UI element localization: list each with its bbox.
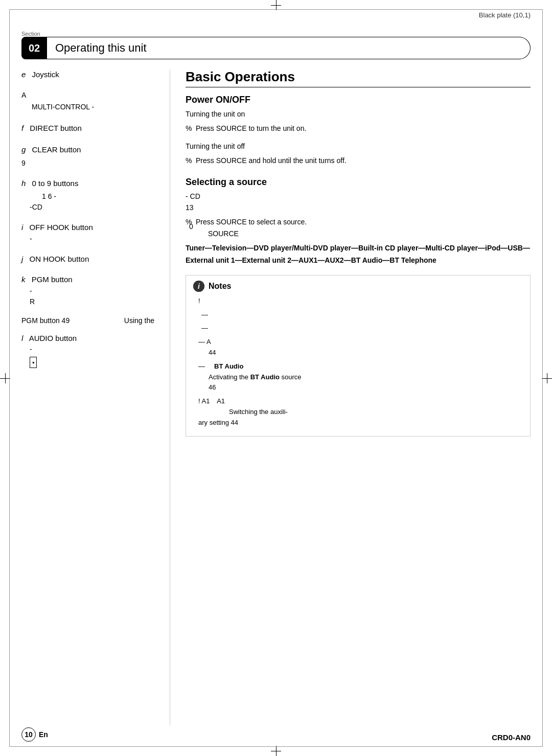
item-letter: j: [21, 255, 23, 263]
notes-item: !: [193, 296, 523, 307]
notes-item: ! A1 A1 Switching the auxili- ary settin…: [193, 396, 523, 428]
notes-section: i Notes ! — — — A 44 — BT Audio Activati…: [186, 275, 531, 437]
pgm-sub: PGM button 49 Using the: [21, 316, 154, 325]
section-title-bar: Operating this unit: [47, 37, 531, 59]
item-label: Joystick: [32, 70, 59, 79]
section-header: 02 Operating this unit: [21, 37, 531, 59]
main-heading: Basic Operations: [186, 69, 531, 87]
footer-lang: En: [39, 730, 48, 739]
turn-off-label: Turning the unit off: [186, 141, 531, 152]
turn-on-bullet: Press SOURCE to turn the unit on.: [186, 123, 531, 134]
content-area: e Joystick A MULTI-CONTROL - f DIRECT bu…: [21, 69, 531, 725]
item-label: ON HOOK button: [30, 255, 89, 263]
item-letter: e: [21, 70, 26, 79]
sub-heading-source: Selecting a source: [186, 177, 531, 188]
item-letter: f: [21, 124, 24, 132]
notes-icon: i: [193, 281, 204, 292]
page-number: 10: [21, 727, 36, 742]
notes-item: —: [193, 310, 523, 320]
sub-heading-power: Power ON/OFF: [186, 95, 531, 105]
list-item: h 0 to 9 buttons 1 6 - -CD: [21, 178, 154, 213]
turn-on-label: Turning the unit on: [186, 108, 531, 120]
source-bullet: Press SOURCE to select a source. SOURCE: [186, 216, 531, 239]
source-cd-note: - CD13: [186, 191, 531, 214]
left-column: e Joystick A MULTI-CONTROL - f DIRECT bu…: [21, 69, 154, 725]
list-item: j ON HOOK button: [21, 254, 154, 265]
list-item: i OFF HOOK button -: [21, 222, 154, 244]
reg-mark-left: [0, 373, 10, 383]
item-letter: k: [21, 275, 26, 284]
item-label: PGM button: [32, 275, 73, 284]
list-item: f DIRECT button: [21, 123, 154, 134]
item-letter: i: [21, 223, 23, 232]
notes-item: —: [193, 323, 523, 334]
list-item: g CLEAR button 9: [21, 144, 154, 169]
black-plate-text: Black plate (10,1): [479, 11, 531, 19]
notes-item: — BT Audio Activating the BT Audio sourc…: [193, 361, 523, 393]
list-item: l AUDIO button - ▪: [21, 333, 154, 369]
list-item: A MULTI-CONTROL -: [21, 90, 154, 112]
section-title: Operating this unit: [55, 41, 147, 55]
section-number: 02: [21, 37, 47, 59]
notes-title: Notes: [209, 282, 231, 291]
annotation-0: 0: [189, 222, 193, 231]
footer-left: 10 En: [21, 727, 48, 742]
turn-off-bullet: Press SOURCE and hold until the unit tur…: [186, 155, 531, 166]
item-label: AUDIO button: [29, 334, 77, 342]
item-sub: MULTI-CONTROL -: [21, 102, 154, 112]
item-label: DIRECT button: [30, 124, 81, 132]
item-letter: h: [21, 179, 26, 188]
item-label: OFF HOOK button: [30, 223, 93, 232]
source-indent: SOURCE: [196, 230, 239, 238]
notes-item: — A 44: [193, 337, 523, 358]
list-item: k PGM button - R: [21, 274, 154, 307]
right-column: Basic Operations Power ON/OFF Turning th…: [186, 69, 531, 725]
footer-model: CRD0-AN0: [492, 733, 531, 742]
reg-mark-right: [542, 373, 552, 383]
source-list: Tuner—Television—DVD player/Multi-DVD pl…: [186, 242, 531, 267]
reg-mark-bottom: [271, 746, 281, 756]
column-divider: [170, 69, 170, 725]
list-item: e Joystick: [21, 69, 154, 81]
reg-mark-top: [271, 0, 281, 10]
section-label: Section: [21, 31, 40, 37]
notes-header: i Notes: [193, 281, 523, 292]
item-label: 0 to 9 buttons: [32, 179, 79, 188]
item-letter: l: [21, 334, 23, 342]
item-letter: g: [21, 145, 26, 154]
item-label: CLEAR button: [32, 145, 81, 154]
